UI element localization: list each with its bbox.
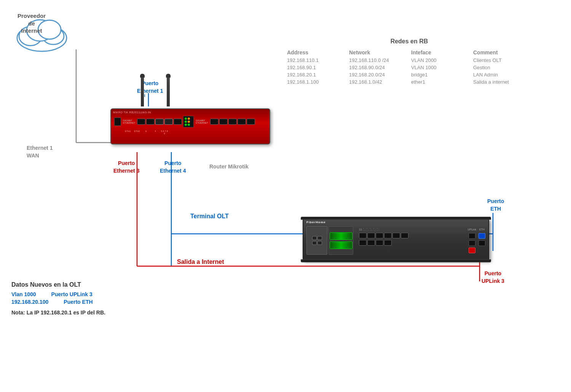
col-header-network: Network — [348, 49, 409, 56]
olt-card-1 — [306, 226, 327, 255]
router-port-8 — [228, 119, 237, 125]
wan-label: WAN — [27, 152, 53, 160]
address-4: 192.168.1.100 — [286, 79, 347, 85]
led-panel — [183, 116, 194, 127]
router-mikrotik: MIKRO TIK RB2011UiAS-IN GIGABITETHERNET — [110, 76, 270, 144]
port-eth4-label: 4 — [151, 130, 159, 135]
cloud-label: Proveedor de Internet — [14, 12, 49, 35]
router-mikrotik-label: Router Mikrotik — [209, 163, 249, 170]
led-2 — [188, 117, 190, 120]
address-3: 192.168.20.1 — [286, 71, 347, 78]
router-port-7 — [219, 119, 228, 125]
address-1: 192.168.110.1 — [286, 57, 347, 63]
eth1-wan-label: Ethernet 1 WAN — [27, 144, 53, 159]
inteface-1: VLAN 2000 — [410, 57, 471, 63]
datos-nuevos-section: Datos Nuevos en la OLT Vlan 1000 Puerto … — [11, 281, 171, 316]
salida-internet-label: Salida a Internet — [177, 259, 224, 265]
puerto-eth-label: Puerto ETH — [487, 198, 504, 213]
inteface-2: VLAN 1000 — [410, 64, 471, 71]
sfp-module-2 — [330, 241, 352, 249]
nota-text: Nota: La IP 192.168.20.1 es IP del RB. — [11, 309, 171, 316]
address-2: 192.168.90.1 — [286, 64, 347, 71]
datos-eth: Puerto ETH — [64, 299, 93, 305]
olt-uplink-column: UPLink — [467, 228, 476, 253]
comment-2: Gestion — [472, 64, 533, 71]
olt-rail-top — [301, 217, 491, 220]
datos-row-2: 192.168.20.100 Puerto ETH — [11, 299, 171, 305]
col-header-address: Address — [286, 49, 347, 56]
router-port-1 — [137, 119, 145, 125]
network-2: 192.168.90.0/24 — [348, 64, 409, 71]
router-port-3 — [155, 119, 164, 125]
router-body: MIKRO TIK RB2011UiAS-IN GIGABITETHERNET — [110, 108, 270, 144]
router-port-5 — [174, 119, 182, 125]
inteface-3: bridge1 — [410, 71, 471, 78]
uplink-port-3 — [469, 248, 475, 253]
terminal-olt-label: Terminal OLT — [190, 213, 229, 220]
sfp-module-1 — [330, 232, 352, 240]
router-port-6 — [210, 119, 219, 125]
eth-port-2 — [478, 240, 485, 246]
port-eth1-label: ETH1 — [124, 130, 132, 135]
datos-row-1: Vlan 1000 Puerto UPLink 3 — [11, 291, 171, 297]
eth-port-highlighted — [478, 233, 485, 239]
cloud-label-line1: Proveedor de — [18, 13, 46, 27]
led-4 — [188, 121, 190, 123]
antenna-right — [167, 76, 170, 106]
router-port-4 — [164, 119, 173, 125]
col-header-inteface: Inteface — [410, 49, 471, 56]
cloud-label-line2: Internet — [21, 27, 42, 34]
olt-rail-bottom — [301, 259, 491, 262]
olt-card-section — [306, 226, 353, 255]
eth1-label: Ethernet 1 — [27, 144, 53, 152]
redes-title: Redes en RB — [286, 38, 533, 45]
led-6 — [188, 124, 190, 126]
puerto-ethernet4-label: Puerto Ethernet 4 — [160, 160, 186, 175]
puerto-uplink3-label: Puerto UPLink 3 — [482, 270, 504, 285]
olt-brand: FiberHome — [306, 221, 326, 224]
uplink-port-1 — [469, 233, 475, 239]
led-5 — [185, 124, 187, 126]
redes-grid: Address Network Inteface Comment 192.168… — [286, 49, 533, 85]
comment-4: Salida a internet — [472, 79, 533, 85]
olt-ports-section: 11 ⬛⬛⬛⬛⬛ — [359, 228, 420, 246]
led-3 — [185, 121, 187, 123]
led-1 — [185, 117, 187, 120]
datos-uplink: Puerto UPLink 3 — [51, 291, 93, 297]
diagram-container: .cloud-path { fill: white; stroke: #5599… — [0, 0, 571, 392]
olt-eth-column: ETH — [478, 228, 485, 246]
inteface-4: ether1 — [410, 79, 471, 85]
network-4: 192.168.1.0/42 — [348, 79, 409, 85]
olt-right-section: UPLink ETH — [467, 228, 485, 253]
olt-card-2 — [329, 226, 353, 255]
comment-1: Clientes OLT — [472, 57, 533, 63]
puerto-ethernet3-label: Puerto Ethernet 3 — [113, 160, 139, 175]
datos-vlan: Vlan 1000 — [11, 291, 36, 297]
router-port-2 — [146, 119, 155, 125]
port-eth3-label: E — [142, 130, 150, 135]
datos-nuevos-title: Datos Nuevos en la OLT — [11, 281, 171, 288]
antenna-left — [141, 76, 144, 106]
olt-body: FiberHome — [303, 219, 489, 260]
datos-ip: 192.168.20.100 — [11, 299, 48, 305]
network-1: 192.168.110.0 /24 — [348, 57, 409, 63]
uplink-port-2 — [469, 240, 475, 246]
comment-3: LAN Admin — [472, 71, 533, 78]
router-port-10 — [247, 119, 255, 125]
olt-device: FiberHome — [303, 219, 489, 260]
col-header-comment: Comment — [472, 49, 533, 56]
redes-en-rb-table: Redes en RB Address Network Inteface Com… — [286, 38, 533, 85]
port-eth2-label: ETH2 — [133, 130, 141, 135]
network-3: 192.168.20.0/24 — [348, 71, 409, 78]
sfp-port — [114, 117, 121, 126]
router-port-9 — [238, 119, 246, 125]
